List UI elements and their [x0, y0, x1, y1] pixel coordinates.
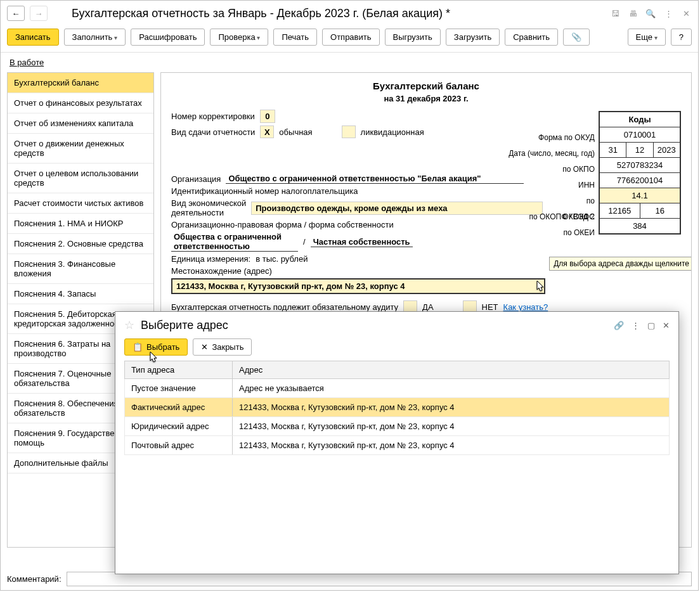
- maximize-icon[interactable]: ▢: [647, 321, 655, 330]
- org-label: Организация: [171, 174, 221, 184]
- page-title: Бухгалтерская отчетность за Январь - Дек…: [53, 7, 604, 20]
- print-icon[interactable]: 🖶: [627, 8, 638, 19]
- select-button[interactable]: 📋 Выбрать: [124, 338, 188, 356]
- correction-label: Номер корректировки: [171, 112, 255, 121]
- upload-button[interactable]: Выгрузить: [385, 29, 441, 46]
- sidebar-item-expl1[interactable]: Пояснения 1. НМА и НИОКР: [8, 214, 153, 234]
- favorite-star-icon[interactable]: ☆: [124, 318, 134, 332]
- audit-label: Бухгалтерская отчетность подлежит обязат…: [171, 302, 398, 312]
- table-row[interactable]: Пустое значение Адрес не указывается: [124, 379, 670, 398]
- okfs-value: 16: [640, 203, 680, 218]
- correction-input[interactable]: 0: [260, 110, 275, 123]
- save-icon[interactable]: 🖫: [609, 8, 621, 19]
- type-usual-text: обычная: [279, 127, 312, 137]
- doc-title: Бухгалтерский баланс: [171, 80, 681, 91]
- attach-button[interactable]: 📎: [563, 29, 590, 46]
- unit-label: Единица измерения:: [171, 254, 250, 264]
- dialog-close-icon[interactable]: ✕: [663, 321, 670, 330]
- send-button[interactable]: Отправить: [322, 29, 379, 46]
- check-button[interactable]: Проверка: [210, 29, 268, 46]
- date-day: 31: [600, 143, 626, 157]
- sidebar-item-expl2[interactable]: Пояснения 2. Основные средства: [8, 234, 153, 254]
- sidebar-item-expl4[interactable]: Пояснения 4. Запасы: [8, 284, 153, 304]
- okud-value: 0710001: [600, 127, 680, 143]
- more-button[interactable]: Еще: [628, 29, 666, 46]
- status-link[interactable]: В работе: [10, 58, 44, 67]
- fill-button[interactable]: Заполнить: [64, 29, 126, 46]
- select-icon: 📋: [133, 342, 143, 352]
- right-labels: Форма по ОКУД Дата (число, месяц, год) п…: [509, 130, 595, 241]
- comment-label: Комментарий:: [7, 574, 62, 584]
- legal-form-label: Организационно-правовая форма / форма со…: [171, 220, 394, 229]
- col-type-header[interactable]: Тип адреса: [125, 361, 233, 378]
- sidebar-item-capital[interactable]: Отчет об изменениях капитала: [8, 113, 153, 134]
- activity-label2: деятельности: [171, 208, 224, 217]
- write-button[interactable]: Записать: [7, 29, 59, 46]
- legal-form-val3: Частная собственность: [311, 237, 413, 247]
- sidebar-item-cashflow[interactable]: Отчет о движении денежных средств: [8, 134, 153, 164]
- help-button[interactable]: ?: [671, 29, 692, 46]
- download-button[interactable]: Загрузить: [446, 29, 500, 46]
- address-input[interactable]: 121433, Москва г, Кутузовский пр-кт, дом…: [171, 278, 545, 294]
- audit-no-text: НЕТ: [482, 302, 498, 312]
- close-icon[interactable]: ✕: [680, 8, 692, 19]
- print-button[interactable]: Печать: [273, 29, 317, 46]
- okei-value: 384: [600, 219, 680, 233]
- sidebar-item-balance[interactable]: Бухгалтерский баланс: [8, 73, 153, 93]
- type-label: Вид сдачи отчетности: [171, 127, 255, 137]
- audit-help-link[interactable]: Как узнать?: [503, 302, 548, 312]
- sidebar-item-expl3[interactable]: Пояснения 3. Финансовые вложения: [8, 254, 153, 284]
- compare-button[interactable]: Сравнить: [505, 29, 558, 46]
- table-row[interactable]: Фактический адрес 121433, Москва г, Куту…: [124, 398, 670, 417]
- date-year: 2023: [654, 143, 680, 157]
- sidebar-item-target[interactable]: Отчет о целевом использовании средств: [8, 164, 153, 193]
- close-x-icon: ✕: [201, 342, 208, 352]
- link-icon[interactable]: 🔗: [614, 321, 624, 330]
- address-picker-dialog: ☆ Выберите адрес 🔗 ⋮ ▢ ✕ 📋 Выбрать ✕ Зак…: [115, 311, 679, 574]
- search-icon[interactable]: 🔍: [645, 8, 656, 19]
- type-liq-checkbox[interactable]: [342, 125, 356, 138]
- table-row[interactable]: Юридический адрес 121433, Москва г, Куту…: [124, 417, 670, 436]
- inn-label: Идентификационный номер налогоплательщик…: [171, 186, 358, 196]
- okopf-value: 12165: [600, 203, 640, 218]
- decode-button[interactable]: Расшифровать: [131, 29, 205, 46]
- codes-box: Коды 0710001 31 12 2023 5270783234 77662…: [599, 111, 681, 235]
- address-tooltip: Для выбора адреса дважды щелкните: [549, 257, 692, 271]
- inn-value: 7766200104: [600, 173, 680, 188]
- activity-value[interactable]: Производство одежды, кроме одежды из мех…: [251, 202, 543, 215]
- okved-value[interactable]: 14.1: [600, 188, 680, 203]
- type-usual-checkbox[interactable]: X: [260, 125, 274, 138]
- date-month: 12: [626, 143, 653, 157]
- close-button[interactable]: ✕ Закрыть: [193, 338, 252, 356]
- dialog-kebab-icon[interactable]: ⋮: [632, 321, 640, 330]
- nav-forward-button[interactable]: →: [30, 6, 48, 21]
- sidebar-item-netassets[interactable]: Расчет стоимости чистых активов: [8, 193, 153, 214]
- type-liq-text: ликвидационная: [361, 127, 424, 137]
- col-addr-header[interactable]: Адрес: [233, 361, 669, 378]
- legal-form-val2: ответственностью: [174, 241, 250, 251]
- audit-yes-text: ДА: [422, 302, 433, 312]
- doc-subtitle: на 31 декабря 2023 г.: [171, 94, 681, 103]
- activity-label1: Вид экономической: [171, 198, 246, 208]
- sidebar-item-finresults[interactable]: Отчет о финансовых результатах: [8, 93, 153, 113]
- codes-header: Коды: [600, 112, 680, 127]
- dialog-title: Выберите адрес: [141, 319, 607, 332]
- table-row[interactable]: Почтовый адрес 121433, Москва г, Кутузов…: [124, 436, 670, 455]
- kebab-icon[interactable]: ⋮: [663, 8, 674, 19]
- addr-label: Местонахождение (адрес): [171, 266, 272, 276]
- legal-form-val1: Общества с ограниченной: [174, 232, 282, 241]
- okpo-value: 5270783234: [600, 158, 680, 173]
- nav-back-button[interactable]: ←: [7, 6, 25, 21]
- org-value[interactable]: Общество с ограниченной ответственностью…: [226, 174, 524, 184]
- unit-value: в тыс. рублей: [256, 254, 308, 264]
